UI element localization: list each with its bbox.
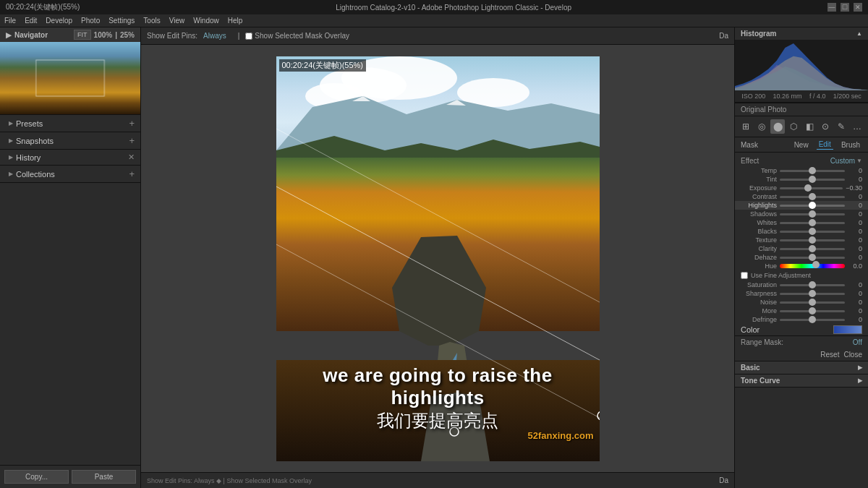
sharpness-slider[interactable]	[780, 293, 845, 295]
focal-value: 10.26 mm	[773, 93, 802, 100]
subtitle-chinese: 我们要提高亮点	[276, 409, 600, 432]
presets-label: Presets	[16, 119, 43, 128]
tint-slider[interactable]	[780, 179, 845, 181]
color-swatch[interactable]	[833, 325, 862, 334]
snapshots-add[interactable]: +	[129, 135, 135, 146]
basic-section-header[interactable]: Basic ▶	[735, 361, 868, 374]
more-slider[interactable]	[780, 310, 845, 312]
sharpness-label: Sharpness	[741, 290, 777, 297]
basic-arrow: ▶	[858, 364, 862, 371]
always-dropdown[interactable]: Always	[203, 32, 226, 40]
effect-value[interactable]: Custom	[830, 157, 855, 165]
copy-button[interactable]: Copy...	[4, 470, 69, 484]
menu-file[interactable]: File	[4, 17, 16, 25]
fit-button[interactable]: FIT	[74, 30, 91, 40]
mask-tool-icon[interactable]: ⬤	[770, 119, 785, 134]
reset-button[interactable]: Reset	[820, 351, 839, 359]
menu-view[interactable]: View	[169, 17, 185, 25]
texture-slider[interactable]	[780, 239, 845, 241]
zoom-25[interactable]: 25%	[120, 31, 135, 39]
paste-button[interactable]: Paste	[72, 470, 136, 484]
snapshots-section: ▶ Snapshots +	[0, 132, 140, 150]
history-clear[interactable]: ✕	[128, 153, 135, 162]
tint-label: Tint	[741, 176, 777, 183]
dehaze-value: 0	[848, 254, 862, 261]
highlights-slider[interactable]	[780, 205, 845, 207]
minimize-button[interactable]: —	[827, 3, 836, 12]
snapshots-item[interactable]: ▶ Snapshots +	[0, 132, 140, 149]
histogram-header[interactable]: Histogram ▲	[735, 27, 868, 40]
basic-label: Basic	[741, 364, 760, 372]
more-icon[interactable]: …	[850, 119, 864, 134]
photo-area: we are going to raise the highlights 我们要…	[141, 45, 734, 472]
timestamp-label: 00:20:24(关键帧)(55%)	[6, 2, 80, 12]
mask-edit-button[interactable]: Edit	[817, 140, 833, 150]
zoom-100[interactable]: 100%	[94, 31, 113, 39]
defringe-slider[interactable]	[780, 319, 845, 321]
show-mask-label: Show Selected Mask Overlay	[255, 32, 349, 40]
window-controls[interactable]: — ☐ ✕	[827, 3, 862, 12]
zoom-separator: |	[115, 31, 117, 39]
menu-tools[interactable]: Tools	[143, 17, 160, 25]
tone-curve-label: Tone Curve	[741, 377, 780, 385]
graduated-filter-icon[interactable]: ◧	[802, 119, 817, 134]
hue-slider[interactable]	[780, 264, 845, 268]
presets-add[interactable]: +	[129, 118, 135, 129]
collections-item[interactable]: ▶ Collections +	[0, 166, 140, 182]
toolbar-separator: |	[238, 32, 240, 40]
mask-brush-button[interactable]: Brush	[839, 140, 862, 150]
spot-heal-icon[interactable]: ◎	[754, 119, 769, 134]
tone-curve-section-header[interactable]: Tone Curve ▶	[735, 374, 868, 388]
saturation-slider-row: Saturation 0	[735, 281, 868, 289]
clarity-slider[interactable]	[780, 248, 845, 250]
center-panel: Show Edit Pins: Always | Show Selected M…	[141, 27, 734, 488]
menu-window[interactable]: Window	[193, 17, 219, 25]
exposure-label: Exposure	[741, 184, 777, 192]
red-eye-icon[interactable]: ⬡	[786, 119, 801, 134]
contrast-slider[interactable]	[780, 196, 845, 198]
highlights-value: 0	[848, 202, 862, 209]
exposure-slider[interactable]	[780, 187, 843, 189]
exposure-value: −0.30	[846, 184, 862, 192]
top-toolbar: Show Edit Pins: Always | Show Selected M…	[141, 27, 734, 45]
menu-help[interactable]: Help	[228, 17, 243, 25]
close-button[interactable]: ✕	[854, 3, 862, 12]
maximize-button[interactable]: ☐	[841, 3, 849, 12]
blacks-slider-row: Blacks 0	[735, 227, 868, 236]
mask-new-button[interactable]: New	[792, 140, 811, 150]
saturation-slider[interactable]	[780, 284, 845, 286]
fine-adjustment-checkbox[interactable]	[741, 272, 748, 279]
effect-arrow[interactable]: ▼	[856, 158, 862, 164]
navigator-header[interactable]: ▶ Navigator FIT 100% | 25%	[0, 27, 140, 42]
show-mask-checkbox[interactable]	[245, 33, 252, 40]
whites-slider[interactable]	[780, 222, 845, 224]
show-mask-checkbox-area[interactable]: Show Selected Mask Overlay	[245, 32, 349, 40]
noise-slider[interactable]	[780, 301, 845, 304]
adjustment-brush-icon[interactable]: ✎	[834, 119, 848, 134]
menubar: File Edit Develop Photo Settings Tools V…	[0, 14, 868, 27]
menu-photo[interactable]: Photo	[81, 17, 100, 25]
presets-item[interactable]: ▶ Presets +	[0, 115, 140, 132]
texture-label: Texture	[741, 236, 777, 244]
menu-settings[interactable]: Settings	[109, 17, 135, 25]
menu-develop[interactable]: Develop	[46, 17, 72, 25]
blacks-slider[interactable]	[780, 231, 845, 233]
history-item[interactable]: ▶ History ✕	[0, 150, 140, 165]
radial-filter-icon[interactable]: ⊙	[818, 119, 833, 134]
exposure-slider-row: Exposure −0.30	[735, 184, 868, 192]
history-label: History	[16, 153, 41, 162]
collections-add[interactable]: +	[129, 168, 135, 179]
dehaze-slider[interactable]	[780, 257, 845, 259]
contrast-label: Contrast	[741, 193, 777, 200]
crop-tool-icon[interactable]: ⊞	[739, 119, 753, 134]
defringe-label: Defringe	[741, 316, 777, 323]
highlights-label: Highlights	[741, 202, 777, 209]
range-mask-value[interactable]: Off	[853, 338, 862, 346]
temp-label: Temp	[741, 167, 777, 174]
mask-section: Mask New Edit Brush	[735, 137, 868, 153]
temp-slider[interactable]	[780, 170, 845, 172]
shadows-slider[interactable]	[780, 213, 845, 215]
menu-edit[interactable]: Edit	[25, 17, 37, 25]
close-panel-button[interactable]: Close	[843, 351, 862, 359]
dehaze-label: Dehaze	[741, 254, 777, 261]
